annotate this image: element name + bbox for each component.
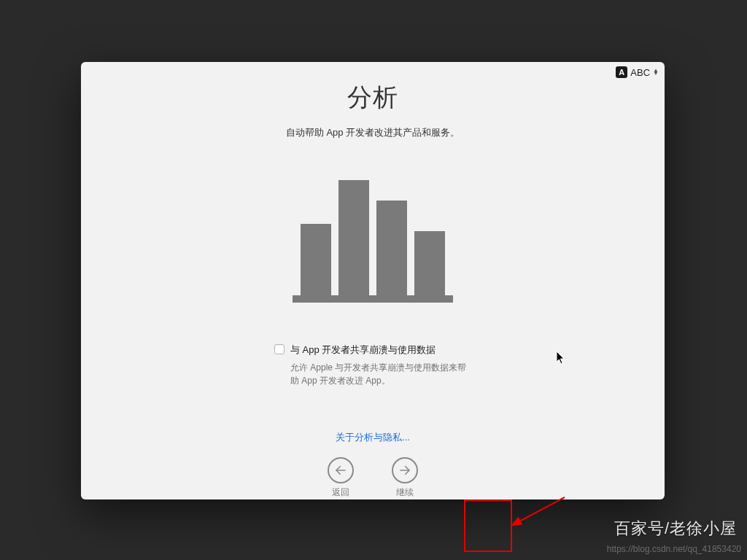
analytics-bar-chart-icon bbox=[293, 164, 453, 303]
chart-bar bbox=[338, 180, 369, 295]
chart-bar bbox=[414, 231, 445, 295]
share-data-checkbox[interactable] bbox=[274, 344, 285, 354]
back-button[interactable]: 返回 bbox=[328, 457, 354, 499]
arrow-right-icon bbox=[392, 457, 418, 483]
setup-assistant-panel: A ABC ▲▼ 分析 自动帮助 App 开发者改进其产品和服务。 与 App … bbox=[81, 62, 665, 499]
chart-bar bbox=[376, 201, 407, 295]
chevron-updown-icon: ▲▼ bbox=[653, 69, 659, 75]
input-method-label: ABC bbox=[630, 67, 650, 78]
arrow-left-icon bbox=[328, 457, 354, 483]
share-data-label: 与 App 开发者共享崩溃与使用数据 bbox=[290, 343, 436, 357]
annotation-highlight-box bbox=[464, 499, 512, 552]
watermark-author: 百家号/老徐小屋 bbox=[614, 518, 737, 540]
share-data-option: 与 App 开发者共享崩溃与使用数据 允许 Apple 与开发者共享崩溃与使用数… bbox=[274, 343, 471, 387]
continue-button[interactable]: 继续 bbox=[392, 457, 418, 499]
page-subtitle: 自动帮助 App 开发者改进其产品和服务。 bbox=[286, 126, 460, 139]
about-privacy-link[interactable]: 关于分析与隐私... bbox=[336, 431, 410, 444]
mouse-cursor-icon bbox=[556, 351, 566, 365]
share-data-description: 允许 Apple 与开发者共享崩溃与使用数据来帮助 App 开发者改进 App。 bbox=[290, 361, 471, 387]
watermark-url: https://blog.csdn.net/qq_41853420 bbox=[607, 544, 741, 554]
continue-label: 继续 bbox=[396, 486, 414, 499]
back-label: 返回 bbox=[332, 486, 349, 499]
chart-bar bbox=[301, 224, 331, 295]
annotation-arrow bbox=[512, 494, 570, 529]
page-title: 分析 bbox=[347, 81, 398, 114]
input-method-indicator[interactable]: A ABC ▲▼ bbox=[616, 66, 659, 78]
svg-line-2 bbox=[518, 497, 565, 522]
input-method-badge: A bbox=[616, 66, 627, 78]
nav-buttons: 返回 继续 bbox=[328, 457, 418, 499]
